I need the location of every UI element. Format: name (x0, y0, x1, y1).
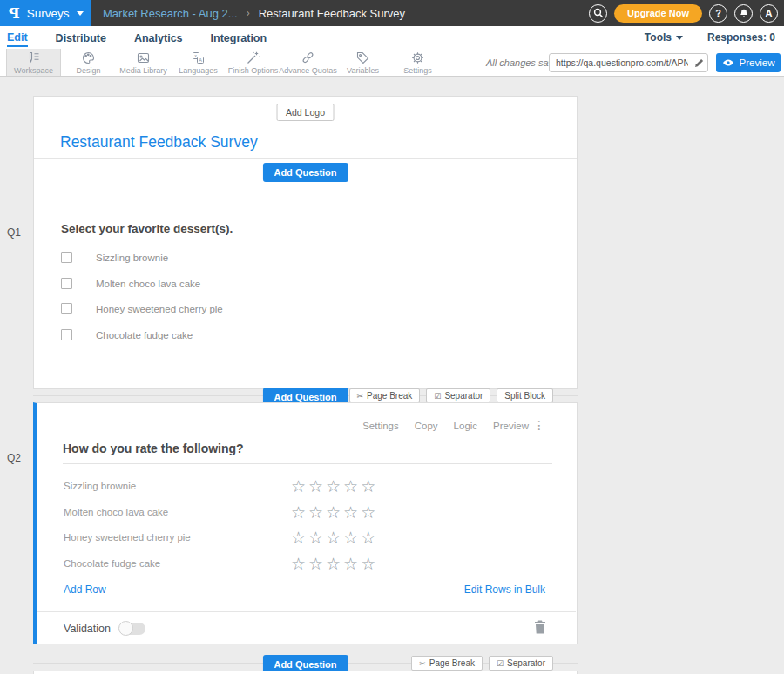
product-name: Surveys (27, 7, 70, 20)
add-question-button-top[interactable]: Add Question (262, 163, 348, 182)
rating-row-4: Chocolate fudge cake ☆☆☆☆☆ (64, 554, 552, 573)
chain-link-icon (301, 51, 315, 65)
survey-canvas: Q1 Q2 Add Logo Restaurant Feedback Surve… (0, 77, 784, 674)
question-number-q2: Q2 (7, 452, 21, 464)
tag-icon (355, 51, 370, 65)
question-copy-link[interactable]: Copy (415, 421, 438, 431)
svg-text:x: x (194, 53, 197, 58)
tab-media-library[interactable]: Media Library (116, 49, 171, 76)
add-row-link[interactable]: Add Row (64, 583, 106, 596)
image-icon (136, 51, 151, 65)
topbar-actions: Upgrade Now ? A (589, 3, 778, 23)
workspace-icon (26, 51, 41, 65)
breadcrumb-folder[interactable]: Market Research - Aug 2... (103, 7, 238, 20)
insert-row-1: Add Question ✂ Page Break ☑ Separator Sp… (33, 388, 578, 403)
q1-question-text[interactable]: Select your favorite dessert(s). (61, 222, 233, 235)
validation-row: Validation (64, 623, 145, 635)
header-divider (34, 158, 577, 159)
question-logic-link[interactable]: Logic (454, 421, 478, 431)
star-rating-icons[interactable]: ☆☆☆☆☆ (291, 504, 378, 521)
checkbox-icon[interactable] (61, 252, 72, 263)
tab-integration[interactable]: Integration (211, 29, 267, 46)
q1-option-3[interactable]: Honey sweetened cherry pie (61, 303, 223, 314)
tab-analytics[interactable]: Analytics (134, 29, 183, 46)
survey-block-3-partial (33, 671, 578, 674)
avatar[interactable]: A (760, 4, 778, 23)
bell-icon (739, 8, 749, 19)
insert-row-2: Add Question ✂ Page Break ☑ Separator (33, 655, 578, 671)
survey-block-1: Add Logo Restaurant Feedback Survey Add … (33, 96, 578, 389)
question-preview-link[interactable]: Preview (493, 421, 529, 431)
breadcrumb-survey-name[interactable]: Restaurant Feedback Survey (259, 7, 405, 20)
translate-icon: xA (191, 51, 206, 65)
tab-workspace[interactable]: Workspace (6, 49, 61, 76)
page-break-button[interactable]: ✂ Page Break (411, 656, 483, 671)
page-break-button[interactable]: ✂ Page Break (349, 388, 421, 403)
svg-text:A: A (199, 57, 202, 63)
question-settings-link[interactable]: Settings (362, 421, 399, 431)
star-rating-icons[interactable]: ☆☆☆☆☆ (291, 556, 378, 572)
survey-url-input[interactable] (550, 57, 690, 68)
checkbox-icon[interactable] (61, 278, 72, 289)
tab-edit[interactable]: Edit (7, 28, 28, 47)
preview-button[interactable]: Preview (716, 53, 781, 72)
edit-toolbar: Workspace Design Media Library xA Langua… (0, 49, 784, 77)
magic-wand-icon (246, 51, 260, 65)
chevron-down-icon (77, 11, 84, 16)
star-rating-icons[interactable]: ☆☆☆☆☆ (291, 478, 378, 495)
insert-options-group: ✂ Page Break ☑ Separator Split Block (349, 388, 554, 403)
chevron-down-icon (676, 36, 683, 40)
toggle-knob (118, 621, 133, 636)
delete-question-button[interactable] (534, 620, 546, 637)
q1-option-1[interactable]: Sizzling brownie (61, 252, 168, 263)
q2-question-text[interactable]: How do you rate the following? (63, 441, 244, 455)
notifications-button[interactable] (734, 4, 753, 23)
checkbox-icon[interactable] (61, 303, 72, 314)
separator-icon: ☑ (497, 659, 504, 668)
question-number-q1: Q1 (7, 226, 21, 239)
responses-count[interactable]: Responses: 0 (707, 31, 775, 44)
tab-distribute[interactable]: Distribute (56, 29, 106, 46)
divider (37, 611, 576, 612)
survey-title[interactable]: Restaurant Feedback Survey (60, 133, 258, 152)
tab-advance-quotas[interactable]: Advance Quotas (280, 49, 335, 76)
q1-option-2[interactable]: Molten choco lava cake (61, 278, 200, 289)
add-logo-button[interactable]: Add Logo (276, 104, 335, 121)
search-button[interactable] (589, 4, 607, 23)
checkbox-icon[interactable] (61, 329, 72, 340)
gear-icon (410, 51, 425, 65)
upgrade-now-button[interactable]: Upgrade Now (614, 4, 702, 23)
questionpro-logo: P (9, 4, 20, 22)
edit-url-button[interactable] (690, 58, 707, 68)
scissors-icon: ✂ (419, 659, 426, 668)
survey-block-2-selected: Settings Copy Logic Preview ⋮ How do you… (33, 402, 578, 644)
survey-nav: Edit Distribute Analytics Integration To… (0, 26, 784, 49)
star-rating-icons[interactable]: ☆☆☆☆☆ (291, 529, 378, 546)
separator-button[interactable]: ☑ Separator (489, 656, 553, 671)
tab-languages[interactable]: xA Languages (171, 49, 226, 76)
pencil-icon (694, 58, 704, 68)
survey-nav-items: Edit Distribute Analytics Integration (7, 26, 267, 49)
tools-menu[interactable]: Tools (645, 31, 683, 44)
tab-design[interactable]: Design (61, 49, 116, 76)
scissors-icon: ✂ (357, 392, 364, 401)
question-input-underline (63, 463, 552, 464)
search-icon (593, 8, 604, 18)
rating-row-2: Molten choco lava cake ☆☆☆☆☆ (64, 502, 552, 522)
trash-icon (534, 620, 546, 634)
tab-settings[interactable]: Settings (390, 49, 445, 76)
edit-rows-in-bulk-link[interactable]: Edit Rows in Bulk (464, 583, 545, 596)
surveys-product-switcher[interactable]: P Surveys (0, 0, 91, 26)
palette-icon (81, 51, 96, 65)
q1-option-4[interactable]: Chocolate fudge cake (61, 329, 193, 340)
more-options-icon[interactable]: ⋮ (533, 419, 545, 431)
tab-variables[interactable]: Variables (335, 49, 390, 76)
split-block-button[interactable]: Split Block (497, 388, 553, 403)
eye-icon (722, 58, 734, 67)
help-button[interactable]: ? (709, 4, 727, 23)
question-actions: Settings Copy Logic Preview (362, 421, 529, 431)
separator-button[interactable]: ☑ Separator (426, 388, 490, 403)
validation-toggle[interactable] (119, 623, 145, 635)
survey-url-box (549, 53, 708, 72)
tab-finish-options[interactable]: Finish Options (226, 49, 280, 76)
